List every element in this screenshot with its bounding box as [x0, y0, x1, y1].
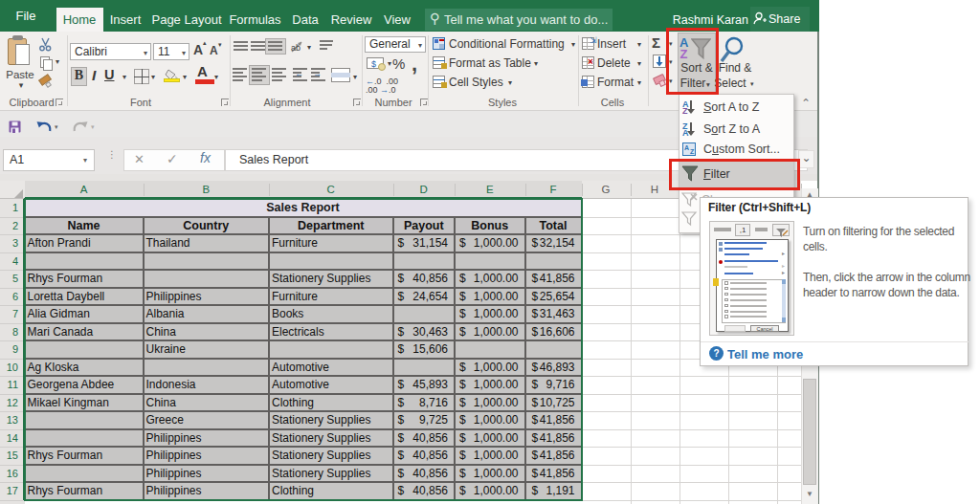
svg-text:ab: ab: [291, 43, 301, 53]
